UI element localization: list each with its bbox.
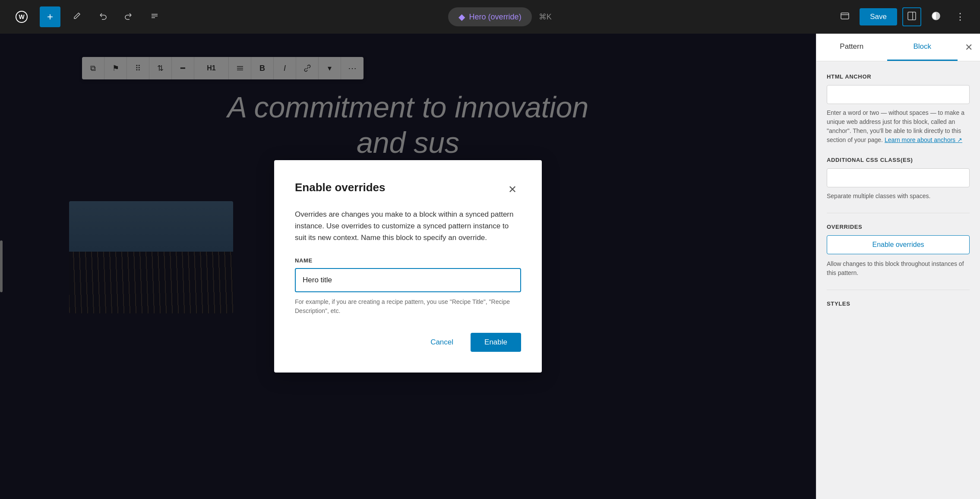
preview-icon xyxy=(840,11,850,23)
pen-button[interactable] xyxy=(67,7,86,26)
html-anchor-section: HTML ANCHOR Enter a word or two — withou… xyxy=(827,73,970,145)
html-anchor-input[interactable] xyxy=(827,85,970,104)
panel-tabs: Pattern Block ✕ xyxy=(816,34,980,61)
page-title-pill[interactable]: ◆ Hero (override) xyxy=(448,7,532,26)
list-view-icon xyxy=(150,12,159,22)
redo-icon xyxy=(124,12,133,22)
svg-rect-7 xyxy=(908,12,916,20)
wp-logo[interactable]: W xyxy=(10,6,33,28)
modal-name-field-section: NAME For example, if you are creating a … xyxy=(295,257,521,316)
additional-css-label: ADDITIONAL CSS CLASS(ES) xyxy=(827,157,970,163)
block-tab-label: Block xyxy=(913,42,931,51)
modal-enable-button[interactable]: Enable xyxy=(471,333,521,352)
toolbar-center: ◆ Hero (override) ⌘K xyxy=(171,7,828,26)
cancel-label: Cancel xyxy=(430,338,453,346)
tab-pattern[interactable]: Pattern xyxy=(816,34,887,61)
undo-button[interactable] xyxy=(93,7,112,26)
enable-overrides-button[interactable]: Enable overrides xyxy=(827,235,970,254)
modal-header: Enable overrides ✕ xyxy=(295,181,521,198)
redo-button[interactable] xyxy=(119,7,138,26)
modal-overlay: Enable overrides ✕ Overrides are changes… xyxy=(0,34,816,499)
right-panel: Pattern Block ✕ HTML ANCHOR Enter a word… xyxy=(816,34,980,499)
save-button[interactable]: Save xyxy=(860,8,897,25)
more-options-button[interactable]: ⋮ xyxy=(951,7,970,26)
modal-actions: Cancel Enable xyxy=(295,333,521,352)
half-circle-icon xyxy=(931,11,941,23)
overrides-label: OVERRIDES xyxy=(827,224,970,230)
overrides-section: OVERRIDES Enable overrides Allow changes… xyxy=(827,213,970,278)
enable-label: Enable xyxy=(484,338,507,346)
additional-css-help: Separate multiple classes with spaces. xyxy=(827,192,970,201)
toolbar-right: Save ⋮ xyxy=(835,7,970,26)
svg-rect-5 xyxy=(841,13,849,19)
modal-close-button[interactable]: ✕ xyxy=(504,181,521,198)
tab-block[interactable]: Block xyxy=(887,34,958,61)
enable-overrides-modal: Enable overrides ✕ Overrides are changes… xyxy=(274,160,542,373)
save-label: Save xyxy=(870,13,887,21)
pen-icon xyxy=(73,12,81,22)
list-view-button[interactable] xyxy=(145,7,164,26)
inspector-icon xyxy=(907,11,917,23)
preview-button[interactable] xyxy=(835,7,854,26)
enable-overrides-btn-label: Enable overrides xyxy=(872,241,924,248)
modal-name-label: NAME xyxy=(295,257,521,264)
modal-body-text: Overrides are changes you make to a bloc… xyxy=(295,208,521,244)
main-layout: ⧉ ⚑ ⠿ ⇅ ━ H1 B I ▾ ⋯ xyxy=(0,34,980,499)
html-anchor-help: Enter a word or two — without spaces — t… xyxy=(827,108,970,145)
modal-title: Enable overrides xyxy=(295,181,386,194)
styles-button[interactable] xyxy=(926,7,945,26)
close-icon: ✕ xyxy=(508,183,517,196)
ellipsis-vertical-icon: ⋮ xyxy=(955,11,965,22)
main-toolbar: W + xyxy=(0,0,980,34)
svg-text:W: W xyxy=(19,13,25,20)
add-block-button[interactable]: + xyxy=(40,6,60,27)
cmd-k-hint: ⌘K xyxy=(539,12,552,22)
inspector-button[interactable] xyxy=(902,7,921,26)
html-anchor-label: HTML ANCHOR xyxy=(827,73,970,80)
panel-close-button[interactable]: ✕ xyxy=(958,34,980,61)
overrides-help-text: Allow changes to this block throughout i… xyxy=(827,259,970,278)
plus-icon: + xyxy=(47,11,53,23)
styles-label: STYLES xyxy=(827,300,970,307)
modal-cancel-button[interactable]: Cancel xyxy=(420,333,464,352)
panel-body: HTML ANCHOR Enter a word or two — withou… xyxy=(816,61,980,331)
diamond-icon: ◆ xyxy=(458,12,465,22)
learn-more-anchors-link[interactable]: Learn more about anchors ↗ xyxy=(885,136,962,143)
page-title: Hero (override) xyxy=(469,13,522,22)
modal-name-input[interactable] xyxy=(295,268,521,292)
modal-hint-text: For example, if you are creating a recip… xyxy=(295,297,521,316)
undo-icon xyxy=(98,12,107,22)
pattern-tab-label: Pattern xyxy=(840,42,863,51)
canvas-area: ⧉ ⚑ ⠿ ⇅ ━ H1 B I ▾ ⋯ xyxy=(0,34,816,499)
additional-css-input[interactable] xyxy=(827,168,970,187)
styles-section: STYLES xyxy=(827,290,970,307)
additional-css-section: ADDITIONAL CSS CLASS(ES) Separate multip… xyxy=(827,157,970,201)
panel-close-icon: ✕ xyxy=(965,42,973,53)
